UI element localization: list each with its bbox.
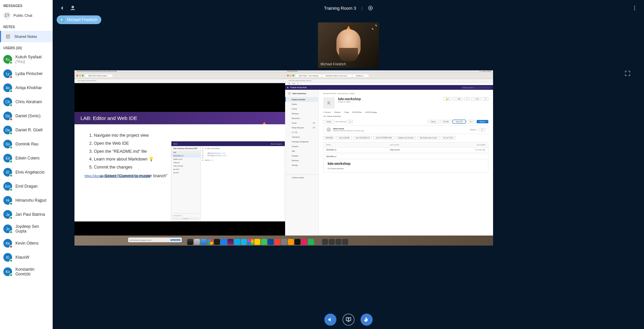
user-item[interactable]: ElElvis Angelaccio xyxy=(0,165,53,179)
slide-step: Navigate into the project view xyxy=(94,132,275,140)
user-item[interactable]: KoKonstantin Goretzki xyxy=(0,264,53,279)
shared-notes-label: Shared Notes xyxy=(14,35,37,39)
avatar: Ch xyxy=(3,97,12,106)
svg-rect-5 xyxy=(61,18,62,20)
user-item[interactable]: ChChris Abraham xyxy=(0,95,53,109)
shared-notes-item[interactable]: Shared Notes xyxy=(0,31,53,42)
share-screen-button[interactable] xyxy=(342,314,355,326)
svg-point-1 xyxy=(72,6,74,8)
gitlab-main: Michael Friedrich › kde-workshop › Detai… xyxy=(319,90,493,236)
collapse-sidebar: Collapse sidebar xyxy=(285,174,318,180)
slide-title: LAB: Editor and Web IDE xyxy=(80,115,137,121)
user-item[interactable]: JoJoydeep Sen Gupta xyxy=(0,221,53,236)
gitlab-sidebar-item: Packages & Registries xyxy=(285,139,318,144)
avatar: Ko xyxy=(3,267,12,276)
col-name: Name xyxy=(326,144,390,146)
speaker-name: Michael Friedrich xyxy=(67,17,97,22)
back-icon[interactable] xyxy=(58,4,66,12)
project-badge: Add Kubernetes cluster xyxy=(417,136,439,139)
col-commit: Last commit xyxy=(390,144,454,146)
user-item[interactable]: JaJan Paul Batrina xyxy=(0,207,53,221)
address-bar-right: invent.kde.org/dnsmichi/kde-workshop xyxy=(285,79,493,82)
sidebar-project-name: kde-workshop xyxy=(292,92,306,94)
user-item[interactable]: EdEdwin Cotero xyxy=(0,151,53,165)
user-item[interactable]: DoDominik Rau xyxy=(0,137,53,151)
browser-tab: Michael Friedrich / kde-work… xyxy=(322,74,352,77)
user-item[interactable]: DaDaniel R. Güell xyxy=(0,123,53,137)
svg-point-3 xyxy=(634,8,635,8)
project-stat: 1 Branch xyxy=(334,111,340,113)
preview-project: Kde Academy Workshop 2020 xyxy=(171,146,201,150)
avatar: Jo xyxy=(3,224,12,233)
users-section-title: USERS (33) xyxy=(0,42,53,52)
project-avatar-large: K xyxy=(323,97,335,109)
record-icon[interactable] xyxy=(368,6,373,10)
user-item[interactable]: LyLydia Pintscher xyxy=(0,67,53,81)
gitlab-sidebar-item: Details xyxy=(285,102,318,107)
file-table: Name Last commit Last update README.md I… xyxy=(323,142,488,152)
browser-tabs-right: Edit Profile · User Settings Michael Fri… xyxy=(285,72,493,79)
user-name: Edwin Cotero xyxy=(15,156,40,160)
project-badges: READMEAdd LICENSEAdd CHANGELOGAdd CONTRI… xyxy=(323,136,488,139)
project-stat: 143 KB Storage xyxy=(365,111,377,113)
status-dot-icon xyxy=(9,118,13,121)
browser-tab: Akademy |… xyxy=(353,74,369,77)
user-item[interactable]: KlKlausW xyxy=(0,250,53,264)
project-id: Project ID: 4809 xyxy=(338,101,361,103)
branch-select: master xyxy=(323,120,334,123)
expand-icon[interactable] xyxy=(372,24,377,30)
status-dot-icon xyxy=(9,146,13,149)
menu-icon[interactable] xyxy=(631,4,639,12)
project-name: kde-workshop xyxy=(338,97,361,101)
preview-file: main_test.go xyxy=(171,164,201,168)
shared-window-right: Chrome File Edit …Fr. 4. Sep 11:20:03 Ed… xyxy=(285,70,493,236)
project-badge: Add CHANGELOG xyxy=(353,136,372,139)
users-icon[interactable] xyxy=(69,4,77,12)
gitlab-sidebar-item: Releases xyxy=(285,111,318,116)
status-dot-icon xyxy=(9,104,13,107)
avatar: Ke xyxy=(3,239,12,248)
webcam-label: Michael Friedrich xyxy=(321,62,346,66)
user-item[interactable]: AnAniqa Khokhar xyxy=(0,81,53,95)
preview-file: go.mod xyxy=(171,168,201,171)
project-stat: 0 Tags xyxy=(344,111,349,113)
slide: LAB: Editor and Web IDE Navigate into th… xyxy=(74,112,285,221)
user-name: Dominik Rau xyxy=(15,142,39,146)
separator: | xyxy=(362,6,363,11)
user-name: Lydia Pintscher xyxy=(15,71,43,76)
mac-dock: invent.kde.org is sharing your screen St… xyxy=(74,236,493,246)
audio-button[interactable] xyxy=(324,314,336,326)
user-item[interactable]: KeKevin Ottens xyxy=(0,236,53,250)
public-chat-item[interactable]: Public Chat xyxy=(0,10,53,21)
webcam-tile[interactable]: Michael Friedrich xyxy=(318,22,379,68)
messages-section-title: MESSAGES xyxy=(0,0,53,10)
status-dot-icon xyxy=(9,174,13,177)
gitlab-app: ◆ Projects Groups More Search or jump to… xyxy=(285,85,493,236)
col-update: Last update xyxy=(453,144,485,146)
speaker-chip[interactable]: Michael Friedrich xyxy=(57,15,101,24)
project-badge: Set up CI/CD xyxy=(441,136,455,139)
user-name: Kevin Ottens xyxy=(15,241,39,246)
chat-icon xyxy=(3,12,11,19)
raise-hand-button[interactable] xyxy=(361,314,373,326)
user-item[interactable]: DaDaniel (Sxnic) xyxy=(0,109,53,123)
public-chat-label: Public Chat xyxy=(13,13,32,17)
avatar: Kl xyxy=(3,253,12,262)
gitlab-sidebar-item: Settings xyxy=(285,163,318,168)
fullscreen-icon[interactable] xyxy=(625,70,631,78)
gitlab-sidebar-item: Wiki xyxy=(285,149,318,153)
copy-sha-icon: 📋 xyxy=(479,128,485,131)
avatar: Ja xyxy=(3,210,12,219)
gitlab-sidebar-item: Project overview xyxy=(285,97,318,102)
browser-tab: Edit Profile · User Settings xyxy=(296,74,322,77)
user-item[interactable]: HiHimanshu Rajput xyxy=(0,193,53,207)
top-bar: Training Room 3 | xyxy=(53,0,644,16)
status-dot-icon xyxy=(9,273,13,277)
status-dot-icon xyxy=(9,216,13,219)
user-item[interactable]: EmEmil Dragan xyxy=(0,179,53,193)
gitlab-sidebar-item: Operations xyxy=(285,135,318,139)
user-list: KuKukuh Syafaat (You)LyLydia Pintscher A… xyxy=(0,52,53,279)
readme-filename: README.md xyxy=(324,154,488,159)
path: kde-workshop xyxy=(335,121,346,123)
user-item[interactable]: KuKukuh Syafaat (You) xyxy=(0,52,53,67)
